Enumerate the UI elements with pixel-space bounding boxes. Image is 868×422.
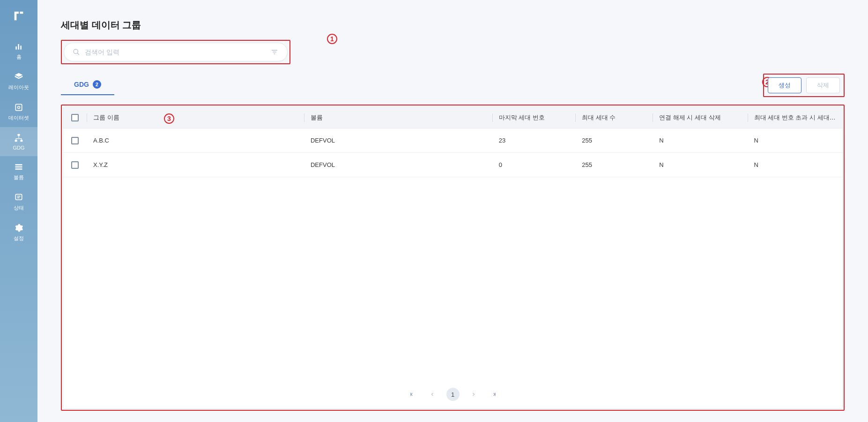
svg-rect-10 [15,168,22,170]
select-all-checkbox[interactable] [71,114,79,121]
page-number-current[interactable]: 1 [446,388,460,401]
svg-rect-6 [15,140,17,142]
header-last-gen[interactable]: 마지막 세대 번호 [492,108,575,128]
svg-rect-5 [18,134,20,136]
nav-label: 홈 [16,53,22,60]
cell-max-gen: 255 [575,153,653,177]
menu-icon [14,162,24,172]
svg-rect-3 [15,104,22,110]
bar-chart-icon [14,41,24,52]
svg-point-14 [74,49,78,53]
tab-count-badge: 2 [93,80,101,89]
cell-delete-on-overflow: N [748,128,842,152]
nav-label: GDG [13,145,24,151]
gear-icon [14,223,24,233]
next-page-button[interactable] [468,389,479,400]
cell-delete-on-disconnect: N [653,128,747,152]
sidebar-item-gdg[interactable]: GDG [0,127,37,156]
first-page-button[interactable] [407,389,418,400]
row-checkbox[interactable] [71,137,79,144]
header-checkbox-cell [63,108,87,127]
nav-label: 데이터셋 [8,114,29,121]
sidebar-item-layout[interactable]: 레이아웃 [0,66,37,97]
main-content: 1 2 3 세대별 데이터 그룹 GDG 2 생성 삭제 [37,0,868,422]
header-volume[interactable]: 볼륨 [304,108,492,128]
header-delete-on-overflow[interactable]: 최대 세대 번호 초과 시 세대… [748,108,842,128]
search-input[interactable] [85,48,266,56]
nav-label: 설정 [14,235,24,242]
svg-point-4 [18,106,20,109]
svg-rect-11 [15,194,22,200]
sidebar-item-volume[interactable]: 볼륨 [0,156,37,187]
sitemap-icon [14,133,24,143]
cell-last-gen: 23 [492,128,575,152]
header-max-gen[interactable]: 최대 세대 수 [575,108,653,128]
header-delete-on-disconnect[interactable]: 연결 해제 시 세대 삭제 [653,108,747,128]
table-header: 그룹 이름 볼륨 마지막 세대 번호 최대 세대 수 연결 해제 시 세대 삭제… [63,107,842,128]
tab-gdg[interactable]: GDG 2 [61,75,114,95]
svg-rect-0 [15,46,17,50]
filter-icon[interactable] [270,48,279,56]
table-body: A.B.C DEFVOL 23 255 N N X.Y.Z DEFVOL 0 2… [63,128,842,380]
pagination: 1 [63,380,842,408]
cell-volume: DEFVOL [304,153,492,177]
search-box [64,43,288,61]
cell-delete-on-disconnect: N [653,153,747,177]
table-row[interactable]: A.B.C DEFVOL 23 255 N N [63,128,842,153]
svg-rect-1 [18,44,19,50]
last-page-button[interactable] [488,389,499,400]
svg-rect-8 [15,164,22,166]
sidebar-item-dataset[interactable]: 데이터셋 [0,97,37,127]
nav-label: 볼륨 [14,174,24,181]
sidebar-item-settings[interactable]: 설정 [0,217,37,248]
delete-button: 삭제 [806,77,840,93]
svg-rect-9 [15,166,22,168]
tab-label: GDG [74,81,89,88]
header-group-name[interactable]: 그룹 이름 [87,108,304,128]
sidebar-item-status[interactable]: 상태 [0,187,37,217]
nav-label: 레이아웃 [8,84,29,91]
table-region-highlight: 그룹 이름 볼륨 마지막 세대 번호 최대 세대 수 연결 해제 시 세대 삭제… [61,105,845,411]
cell-name: A.B.C [87,128,304,152]
tabs-row: GDG 2 생성 삭제 [61,74,845,97]
cell-max-gen: 255 [575,128,653,152]
nav-label: 상태 [14,204,24,211]
action-buttons-highlight: 생성 삭제 [763,74,845,97]
table: 그룹 이름 볼륨 마지막 세대 번호 최대 세대 수 연결 해제 시 세대 삭제… [63,106,843,409]
page-title: 세대별 데이터 그룹 [61,19,845,31]
search-region-highlight [61,40,290,64]
svg-rect-7 [20,140,22,142]
search-icon [73,48,80,56]
layers-icon [14,72,24,82]
cell-delete-on-overflow: N [748,153,842,177]
sidebar-item-home[interactable]: 홈 [0,36,37,66]
cell-last-gen: 0 [492,153,575,177]
sidebar-nav: 홈 레이아웃 데이터셋 GDG 볼륨 상태 설정 [0,0,37,422]
annotation-marker-1: 1 [327,34,337,44]
create-button[interactable]: 생성 [768,77,801,93]
svg-rect-2 [20,45,22,49]
cell-name: X.Y.Z [87,153,304,177]
table-row[interactable]: X.Y.Z DEFVOL 0 255 N N [63,153,842,177]
prev-page-button[interactable] [427,389,438,400]
tabs: GDG 2 [61,75,114,95]
note-icon [14,192,24,203]
cell-volume: DEFVOL [304,128,492,152]
app-logo [10,8,27,24]
row-checkbox[interactable] [71,161,79,169]
svg-line-15 [77,53,79,55]
box-icon [14,102,24,113]
